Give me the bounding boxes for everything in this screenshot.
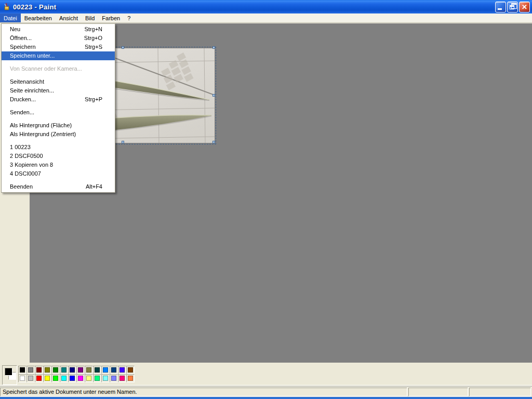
- file-menu-item[interactable]: 1 00223: [2, 143, 115, 152]
- menubar-item-?[interactable]: ?: [124, 14, 134, 22]
- palette-swatch[interactable]: [51, 374, 60, 382]
- palette-swatch-color: [53, 376, 58, 381]
- file-menu-item[interactable]: Öffnen...Strg+O: [2, 34, 115, 43]
- palette-swatch-color: [103, 367, 108, 373]
- menu-item-shortcut: Strg+O: [84, 34, 109, 43]
- palette-swatch[interactable]: [18, 366, 26, 374]
- file-menu-item[interactable]: Seitenansicht: [2, 77, 115, 86]
- menu-item-shortcut: Strg+P: [85, 95, 109, 104]
- menu-item-label: Seite einrichten...: [10, 86, 109, 95]
- file-menu-item[interactable]: Als Hintergrund (Fläche): [2, 121, 115, 130]
- palette-swatch[interactable]: [110, 374, 118, 382]
- status-panel-2: [408, 388, 468, 396]
- minimize-icon: [498, 8, 502, 10]
- palette-swatch[interactable]: [68, 366, 76, 374]
- selection-handle-top[interactable]: [122, 46, 124, 49]
- palette-swatch[interactable]: [118, 374, 126, 382]
- file-menu-item[interactable]: 2 DSCF0500: [2, 152, 115, 161]
- window-bottom-border: [0, 397, 532, 399]
- selection-handle-bottom[interactable]: [122, 141, 124, 143]
- file-menu-item[interactable]: 3 Kopieren von 8: [2, 161, 115, 169]
- restore-button[interactable]: [507, 2, 518, 12]
- palette-swatch-color: [128, 367, 133, 373]
- palette-swatch[interactable]: [85, 374, 93, 382]
- palette-swatch[interactable]: [60, 374, 68, 382]
- menu-item-label: 3 Kopieren von 8: [10, 161, 109, 169]
- palette-swatch-color: [20, 376, 25, 381]
- palette-swatch-color: [78, 367, 83, 373]
- menu-item-shortcut: Strg+S: [85, 43, 109, 51]
- palette-swatch[interactable]: [93, 366, 101, 374]
- menubar-item-ansicht[interactable]: Ansicht: [56, 14, 82, 22]
- palette-swatch-color: [61, 376, 66, 381]
- palette-swatch-color: [70, 367, 75, 373]
- file-menu-item[interactable]: Senden...: [2, 108, 115, 117]
- palette-swatch[interactable]: [51, 366, 60, 374]
- palette-swatch-color: [119, 376, 125, 381]
- palette-swatch[interactable]: [26, 374, 35, 382]
- palette-swatch[interactable]: [18, 374, 26, 382]
- file-menu-item[interactable]: BeendenAlt+F4: [2, 182, 115, 191]
- file-menu-item[interactable]: Als Hintergrund (Zentriert): [2, 130, 115, 139]
- menu-item-shortcut: Alt+F4: [86, 182, 109, 191]
- palette-swatch-color: [20, 367, 25, 373]
- palette-swatch-color: [36, 376, 42, 381]
- menubar-item-datei[interactable]: Datei: [0, 14, 21, 22]
- palette-swatch[interactable]: [76, 374, 85, 382]
- palette-swatches: [18, 366, 135, 382]
- palette-swatch[interactable]: [85, 366, 93, 374]
- palette-swatch[interactable]: [110, 366, 118, 374]
- minimize-button[interactable]: [495, 2, 506, 12]
- menu-item-label: Beenden: [10, 182, 86, 191]
- menubar-item-farben[interactable]: Farben: [98, 14, 124, 22]
- menu-item-label: Als Hintergrund (Zentriert): [10, 130, 109, 139]
- menu-item-label: Als Hintergrund (Fläche): [10, 121, 109, 130]
- menubar-item-bild[interactable]: Bild: [82, 14, 98, 22]
- menu-item-label: Seitenansicht: [10, 77, 109, 86]
- palette-swatch-color: [61, 367, 66, 373]
- palette-swatch[interactable]: [35, 366, 43, 374]
- palette-swatch-color: [111, 376, 116, 381]
- selection-handle-top-right[interactable]: [212, 46, 215, 49]
- file-menu-dropdown: NeuStrg+NÖffnen...Strg+OSpeichernStrg+SS…: [1, 23, 115, 193]
- palette-swatch[interactable]: [26, 366, 35, 374]
- menu-separator: [3, 140, 114, 141]
- palette-swatch-color: [45, 376, 50, 381]
- palette-swatch-color: [111, 367, 116, 373]
- palette-swatch-color: [86, 376, 91, 381]
- palette-swatch-color: [95, 367, 100, 373]
- palette-swatch[interactable]: [101, 374, 110, 382]
- palette-swatch[interactable]: [60, 366, 68, 374]
- palette-swatch-color: [78, 376, 83, 381]
- menu-item-label: 1 00223: [10, 143, 109, 152]
- menu-separator: [3, 118, 114, 119]
- palette-swatch-color: [28, 367, 33, 373]
- palette-swatch[interactable]: [76, 366, 85, 374]
- file-menu-item[interactable]: Seite einrichten...: [2, 86, 115, 95]
- palette-swatch[interactable]: [126, 374, 135, 382]
- palette-swatch-color: [36, 367, 42, 373]
- close-button[interactable]: ✕: [519, 2, 530, 12]
- palette-swatch[interactable]: [35, 374, 43, 382]
- file-menu-item[interactable]: Speichern unter...: [2, 51, 115, 60]
- menu-item-label: Senden...: [10, 108, 109, 117]
- foreground-color-swatch: [5, 368, 12, 376]
- palette-swatch[interactable]: [101, 366, 110, 374]
- menu-item-label: Von Scanner oder Kamera...: [10, 64, 109, 73]
- selection-handle-bottom-right[interactable]: [212, 141, 215, 143]
- palette-swatch[interactable]: [43, 374, 51, 382]
- menubar-item-bearbeiten[interactable]: Bearbeiten: [21, 14, 56, 22]
- file-menu-item[interactable]: 4 DSCI0007: [2, 169, 115, 178]
- palette-swatch[interactable]: [126, 366, 135, 374]
- file-menu-item[interactable]: NeuStrg+N: [2, 25, 115, 34]
- menu-separator: [3, 75, 114, 75]
- palette-swatch[interactable]: [93, 374, 101, 382]
- selection-handle-right[interactable]: [212, 94, 215, 97]
- palette-swatch[interactable]: [68, 374, 76, 382]
- window-title: 00223 - Paint: [13, 3, 56, 11]
- status-panel-3: [469, 388, 531, 396]
- palette-swatch[interactable]: [118, 366, 126, 374]
- file-menu-item[interactable]: SpeichernStrg+S: [2, 43, 115, 51]
- file-menu-item[interactable]: Drucken...Strg+P: [2, 95, 115, 104]
- palette-swatch[interactable]: [43, 366, 51, 374]
